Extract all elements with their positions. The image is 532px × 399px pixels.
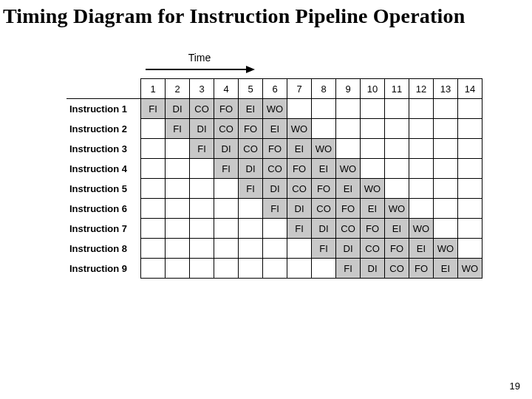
- pipeline-cell: [385, 179, 409, 199]
- pipeline-cell: [434, 99, 458, 119]
- pipeline-cell: [336, 119, 361, 139]
- pipeline-cell: [263, 219, 287, 239]
- pipeline-cell: FO: [287, 159, 312, 179]
- pipeline-cell: EI: [385, 219, 409, 239]
- pipeline-cell: [458, 119, 482, 139]
- pipeline-cell: WO: [287, 119, 312, 139]
- pipeline-cell: [141, 159, 166, 179]
- pipeline-cell: DI: [361, 259, 385, 279]
- pipeline-cell: [409, 179, 434, 199]
- pipeline-cell: [385, 139, 409, 159]
- pipeline-cell: CO: [312, 199, 336, 219]
- pipeline-cell: [409, 139, 434, 159]
- pipeline-cell: DI: [336, 239, 361, 259]
- pipeline-cell: [409, 99, 434, 119]
- column-header: 6: [263, 79, 287, 99]
- row-header: Instruction 7: [66, 219, 141, 239]
- time-label: Time: [140, 52, 259, 64]
- table-row: Instruction 1FIDICOFOEIWO: [66, 99, 482, 119]
- column-header: 5: [239, 79, 263, 99]
- pipeline-cell: EI: [263, 119, 287, 139]
- column-header: 4: [214, 79, 239, 99]
- table-row: Instruction 4FIDICOFOEIWO: [66, 159, 482, 179]
- row-header: Instruction 4: [66, 159, 141, 179]
- pipeline-cell: DI: [312, 219, 336, 239]
- row-header: Instruction 2: [66, 119, 141, 139]
- page-number: 19: [510, 381, 520, 392]
- pipeline-cell: [312, 259, 336, 279]
- pipeline-cell: FI: [336, 259, 361, 279]
- pipeline-cell: [190, 199, 214, 219]
- pipeline-cell: WO: [409, 219, 434, 239]
- pipeline-cell: [458, 199, 482, 219]
- pipeline-cell: [385, 99, 409, 119]
- pipeline-cell: EI: [287, 139, 312, 159]
- pipeline-table: 1234567891011121314Instruction 1FIDICOFO…: [66, 78, 482, 279]
- pipeline-cell: [263, 259, 287, 279]
- pipeline-cell: FI: [239, 179, 263, 199]
- pipeline-cell: [385, 119, 409, 139]
- pipeline-cell: WO: [458, 259, 482, 279]
- column-header: 11: [385, 79, 409, 99]
- table-row: Instruction 3FIDICOFOEIWO: [66, 139, 482, 159]
- pipeline-cell: CO: [336, 219, 361, 239]
- pipeline-cell: CO: [214, 119, 239, 139]
- pipeline-cell: WO: [434, 239, 458, 259]
- column-header: 1: [141, 79, 166, 99]
- slide: Timing Diagram for Instruction Pipeline …: [0, 0, 532, 399]
- pipeline-cell: [141, 239, 166, 259]
- column-header: 13: [434, 79, 458, 99]
- pipeline-cell: FO: [385, 239, 409, 259]
- pipeline-cell: [166, 239, 190, 259]
- pipeline-cell: [409, 199, 434, 219]
- table-row: Instruction 8FIDICOFOEIWO: [66, 239, 482, 259]
- pipeline-diagram: 1234567891011121314Instruction 1FIDICOFO…: [66, 78, 482, 279]
- table-row: Instruction 7FIDICOFOEIWO: [66, 219, 482, 239]
- pipeline-cell: [141, 219, 166, 239]
- pipeline-cell: [214, 239, 239, 259]
- pipeline-cell: [166, 179, 190, 199]
- pipeline-cell: [214, 219, 239, 239]
- pipeline-cell: [141, 119, 166, 139]
- pipeline-cell: FO: [312, 179, 336, 199]
- pipeline-cell: EI: [434, 259, 458, 279]
- pipeline-cell: [166, 259, 190, 279]
- pipeline-cell: [434, 219, 458, 239]
- pipeline-cell: [409, 159, 434, 179]
- pipeline-cell: FI: [263, 199, 287, 219]
- pipeline-cell: DI: [239, 159, 263, 179]
- pipeline-cell: FI: [312, 239, 336, 259]
- pipeline-cell: [263, 239, 287, 259]
- pipeline-cell: EI: [239, 99, 263, 119]
- time-axis: Time: [140, 52, 259, 74]
- table-row: Instruction 9FIDICOFOEIWO: [66, 259, 482, 279]
- pipeline-cell: DI: [263, 179, 287, 199]
- pipeline-cell: [141, 259, 166, 279]
- pipeline-cell: [141, 139, 166, 159]
- pipeline-cell: [458, 219, 482, 239]
- pipeline-cell: WO: [312, 139, 336, 159]
- pipeline-cell: FO: [409, 259, 434, 279]
- pipeline-cell: CO: [287, 179, 312, 199]
- row-header: Instruction 5: [66, 179, 141, 199]
- pipeline-cell: [434, 159, 458, 179]
- pipeline-cell: [409, 119, 434, 139]
- pipeline-cell: WO: [263, 99, 287, 119]
- pipeline-cell: [434, 199, 458, 219]
- column-header: 9: [336, 79, 361, 99]
- pipeline-cell: FI: [214, 159, 239, 179]
- pipeline-cell: [214, 179, 239, 199]
- row-header: Instruction 1: [66, 99, 141, 119]
- pipeline-cell: [190, 219, 214, 239]
- pipeline-cell: [458, 239, 482, 259]
- pipeline-cell: [287, 239, 312, 259]
- pipeline-cell: FI: [287, 219, 312, 239]
- pipeline-cell: [190, 179, 214, 199]
- pipeline-cell: [336, 139, 361, 159]
- pipeline-cell: [361, 119, 385, 139]
- pipeline-cell: DI: [214, 139, 239, 159]
- pipeline-cell: [458, 139, 482, 159]
- pipeline-cell: [239, 239, 263, 259]
- pipeline-cell: CO: [385, 259, 409, 279]
- pipeline-cell: [214, 259, 239, 279]
